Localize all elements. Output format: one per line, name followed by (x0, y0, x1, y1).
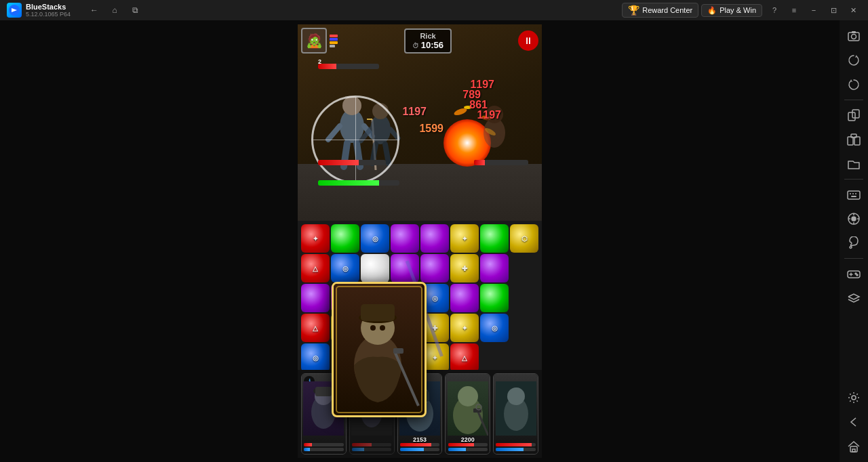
gem-r2c6[interactable] (480, 284, 509, 312)
character-name: Rick (412, 32, 443, 40)
sidebar-divider-3 (844, 258, 863, 259)
rotate-right-icon[interactable] (842, 49, 866, 72)
screenshot-icon[interactable] (842, 24, 866, 47)
game-controls-icon[interactable] (842, 262, 866, 285)
battle-area: 🧟 Rick ⏱ 10:56 ⏸ (298, 24, 542, 221)
game-area: 🧟 Rick ⏱ 10:56 ⏸ (0, 20, 840, 462)
nav-buttons: ← ⌂ ⧉ (81, 3, 148, 18)
gem-r4c7 (510, 343, 538, 372)
ability-num-1: 2153 (413, 436, 427, 443)
ability-card-5[interactable] (493, 373, 538, 455)
ability-hbar-1 (304, 443, 343, 446)
back-sidebar-icon[interactable] (842, 411, 866, 434)
gem-r2c0[interactable] (301, 284, 330, 312)
svg-rect-58 (315, 387, 332, 396)
home-nav-button[interactable]: ⌂ (105, 3, 124, 18)
help-button[interactable]: ? (765, 3, 784, 18)
ability-mana-4 (448, 448, 488, 451)
health-bar-2-fill (318, 160, 359, 165)
ability-hbar-4 (448, 443, 488, 446)
ability-mana-2-fill (352, 448, 363, 451)
folder-icon[interactable] (842, 152, 866, 175)
multi-nav-button[interactable]: ⧉ (125, 3, 144, 18)
damage-number-5: 1197 (402, 106, 427, 118)
gem-r1c1[interactable]: ◎ (331, 254, 359, 282)
portrait-area: 🧟 (301, 28, 338, 54)
ability-hbar-5-fill (496, 443, 531, 446)
gem-r2c5[interactable] (450, 284, 479, 312)
svg-rect-28 (852, 449, 855, 452)
gem-r4c5[interactable]: △ (450, 343, 479, 372)
game-canvas: 🧟 Rick ⏱ 10:56 ⏸ (298, 24, 542, 458)
gem-r1c0[interactable]: △ (301, 254, 330, 282)
reward-center-button[interactable]: 🏆 Reward Center (622, 3, 698, 18)
ability-hbar-2-fill (352, 443, 372, 446)
back-nav-button[interactable]: ← (85, 3, 104, 18)
ability-card-4[interactable]: 2200 (445, 373, 490, 455)
gem-r0c1[interactable] (331, 224, 359, 253)
gem-r0c3[interactable] (391, 224, 419, 253)
paint-icon[interactable] (842, 232, 866, 255)
enemy-health-bar-fill (474, 160, 485, 165)
ability-hbar-3 (400, 443, 439, 446)
settings-gear-icon[interactable] (842, 386, 866, 409)
play-win-button[interactable]: 🔥 Play & Win (701, 4, 762, 17)
gem-r0c2[interactable]: ◎ (361, 224, 389, 253)
health-bar-1 (318, 64, 379, 69)
reward-label: Reward Center (642, 6, 692, 14)
ability-hbar-5 (496, 443, 535, 446)
gem-r1c3[interactable] (391, 254, 419, 282)
ability-mana-4-fill (448, 448, 466, 451)
gem-r0c0[interactable]: ✦ (301, 224, 330, 253)
svg-rect-6 (852, 110, 859, 118)
gem-r1c5[interactable]: ✚ (450, 254, 479, 282)
play-win-label: Play & Win (719, 6, 756, 14)
ability-hbar-4-fill (448, 443, 474, 446)
svg-point-50 (370, 325, 376, 331)
ability-mana-1 (304, 448, 343, 451)
svg-point-51 (380, 325, 385, 331)
gem-r1c6[interactable] (480, 254, 509, 282)
svg-point-26 (852, 396, 856, 400)
macro-icon[interactable] (842, 207, 866, 230)
svg-point-68 (458, 386, 478, 406)
timer-value: 10:56 (421, 40, 443, 50)
gem-r3c0[interactable]: △ (301, 314, 330, 342)
player-portrait: 🧟 (301, 28, 327, 54)
home-sidebar-icon[interactable] (842, 435, 866, 458)
gem-r3c6[interactable]: ◎ (480, 314, 509, 342)
bluestacks-icon (7, 3, 22, 18)
multi-instance-icon[interactable] (842, 104, 866, 127)
titlebar: BlueStacks 5.12.0.1065 P64 ← ⌂ ⧉ 🏆 Rewar… (0, 0, 868, 20)
gem-r4c0[interactable]: ◎ (301, 343, 330, 372)
minimize-button[interactable]: − (804, 3, 823, 18)
restore-button[interactable]: ⊡ (824, 3, 843, 18)
gem-r4c6 (480, 343, 509, 372)
svg-rect-53 (393, 348, 403, 354)
ability-mana-5 (496, 448, 535, 451)
svg-point-16 (852, 217, 856, 221)
keyboard-icon[interactable] (842, 183, 866, 206)
enemy-health-bar (474, 160, 528, 165)
gem-r0c6[interactable] (480, 224, 509, 253)
svg-rect-49 (361, 304, 395, 321)
menu-button[interactable]: ≡ (785, 3, 804, 18)
gem-r0c7[interactable]: ⬡ (510, 224, 538, 253)
pause-button[interactable]: ⏸ (518, 30, 538, 51)
gem-r0c5[interactable]: ✦ (450, 224, 479, 253)
app-version: 5.12.0.1065 P64 (26, 11, 71, 18)
rotate-left-icon[interactable] (842, 73, 866, 96)
multi-instance2-icon[interactable] (842, 128, 866, 151)
damage-number-6: 1599 (419, 123, 443, 135)
gem-r3c5[interactable]: ✦ (450, 314, 479, 342)
layers-icon[interactable] (842, 287, 866, 310)
close-button[interactable]: ✕ (844, 3, 863, 18)
gem-r1c2[interactable] (361, 254, 389, 282)
svg-point-3 (852, 35, 856, 39)
window-controls: ? ≡ − ⊡ ✕ (765, 3, 863, 18)
gem-r0c4[interactable] (420, 224, 449, 253)
health-bar-2: 2 (318, 160, 386, 165)
gem-r1c4[interactable] (420, 254, 449, 282)
character-card-overlay[interactable] (332, 282, 427, 417)
ability-mana-5-fill (496, 448, 524, 451)
